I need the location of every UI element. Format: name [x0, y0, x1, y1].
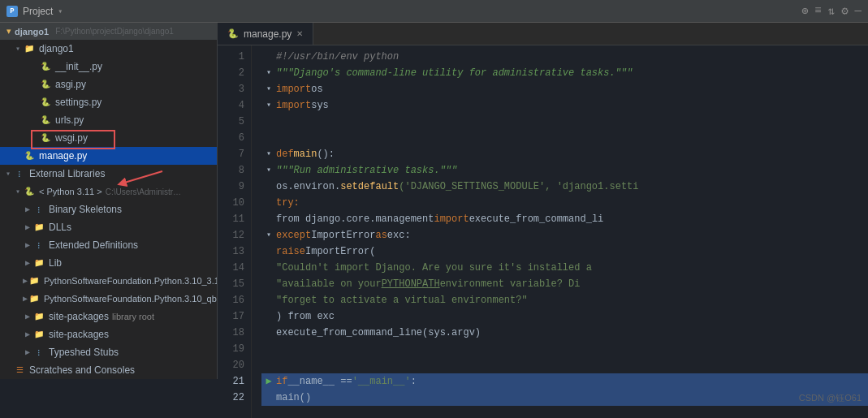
code-token: raise — [276, 243, 305, 260]
code-token: __name__ == — [287, 373, 352, 390]
code-token: """Django's command-line utility for adm… — [276, 65, 633, 81]
py-icon: 🐍 — [39, 131, 52, 144]
code-line: try: — [261, 195, 868, 211]
code-token: sys — [311, 97, 329, 114]
sidebar-item-django1-folder[interactable]: ▾ 📁 django1 — [0, 40, 217, 58]
sidebar-item-settings-py[interactable]: 🐍 settings.py — [0, 93, 217, 111]
sidebar-item-path: C:\Users\Administrator\AppData\Local\Mic… — [106, 187, 183, 196]
sidebar-item-site-packages2[interactable]: ▶ 📁 site-packages — [0, 325, 217, 343]
sidebar: ▾ django1 F:\Python\projectDjango\django… — [0, 23, 218, 379]
code-token: import — [276, 97, 311, 114]
sidebar-item-label: asgi.py — [55, 79, 86, 90]
toolbar-sort-btn[interactable]: ⇅ — [828, 4, 835, 18]
toolbar-list-btn[interactable]: ≡ — [814, 4, 821, 18]
fold-icon: ▾ — [261, 162, 276, 179]
sidebar-item-label: django1 — [39, 43, 74, 54]
py-icon: 🐍 — [39, 114, 52, 127]
code-token: as — [375, 227, 386, 243]
code-line — [261, 130, 868, 146]
code-token: "Couldn't import Django. Are you sure it… — [276, 260, 592, 276]
tab-manage-py[interactable]: 🐍 manage.py ✕ — [218, 23, 313, 45]
title-bar-text: Project — [23, 6, 53, 17]
sidebar-item-asgi-py[interactable]: 🐍 asgi.py — [0, 75, 217, 93]
folder-icon: 📁 — [32, 221, 45, 234]
py-icon: 🐍 — [39, 96, 52, 109]
line-numbers: 12345 678910 1112131415 1617181920 2122 — [218, 45, 252, 418]
fold-icon: ▾ — [261, 146, 276, 162]
sidebar-item-psf1[interactable]: ▶ 📁 PythonSoftwareFoundation.Python.3.10… — [0, 272, 217, 290]
code-line: execute_from_command_line(sys.argv) — [261, 325, 868, 341]
sidebar-item-psf2[interactable]: ▶ 📁 PythonSoftwareFoundation.Python.3.10… — [0, 290, 217, 308]
code-token: def — [276, 146, 294, 162]
code-token: main() — [276, 390, 311, 406]
title-bar: P Project ▾ ⊕ ≡ ⇅ ⚙ — — [0, 0, 868, 23]
toolbar-settings-btn[interactable]: ⚙ — [841, 4, 848, 18]
toolbar-minimize-btn[interactable]: — — [855, 4, 862, 18]
sidebar-item-urls-py[interactable]: 🐍 urls.py — [0, 111, 217, 129]
code-line: ) from exc — [261, 308, 868, 325]
sidebar-wrapper: ▾ django1 F:\Python\projectDjango\django… — [0, 23, 218, 418]
code-token: "available on your — [276, 276, 382, 292]
arrow-icon: ▾ — [13, 44, 23, 54]
sidebar-item-label: urls.py — [55, 114, 84, 126]
code-token: '__main__' — [352, 373, 411, 390]
code-editor[interactable]: #!/usr/bin/env python ▾ """Django's comm… — [252, 45, 868, 418]
watermark: CSDN @钰O61 — [799, 390, 862, 406]
lib-icon: ⫶ — [13, 167, 26, 180]
sidebar-item-extended-defs[interactable]: ▶ ⫶ Extended Definitions — [0, 236, 217, 254]
code-container[interactable]: 12345 678910 1112131415 1617181920 2122 … — [218, 45, 868, 418]
code-line: raise ImportError( — [261, 243, 868, 260]
sidebar-root-label: django1 — [15, 27, 49, 37]
sidebar-item-python311[interactable]: ▾ 🐍 < Python 3.11 > C:\Users\Administrat… — [0, 183, 217, 200]
arrow-icon: ▾ — [13, 187, 23, 196]
code-token: os.environ. — [276, 179, 340, 195]
sidebar-header: ▾ django1 F:\Python\projectDjango\django… — [0, 23, 217, 40]
run-icon[interactable]: ▶ — [261, 373, 276, 390]
sidebar-item-scratches[interactable]: ☰ Scratches and Consoles — [0, 361, 217, 379]
code-token: PYTHONPATH — [382, 276, 440, 292]
sidebar-item-dlls[interactable]: ▶ 📁 DLLs — [0, 218, 217, 236]
arrow-icon: ▾ — [3, 169, 13, 179]
sidebar-item-label: Lib — [49, 257, 62, 269]
code-line: "Couldn't import Django. Are you sure it… — [261, 260, 868, 276]
lib-icon: ⫶ — [32, 203, 45, 216]
code-line: ▾ import sys — [261, 97, 868, 114]
tab-bar: 🐍 manage.py ✕ — [218, 23, 868, 45]
code-line: ▾ """Django's command-line utility for a… — [261, 65, 868, 81]
sidebar-item-lib[interactable]: ▶ 📁 Lib — [0, 254, 217, 272]
lib-icon: ⫶ — [32, 239, 45, 252]
folder-icon: 📁 — [32, 256, 45, 269]
code-line: ▾ except ImportError as exc: — [261, 227, 868, 243]
sidebar-item-extra: library root — [112, 312, 154, 321]
code-line: os.environ.setdefault('DJANGO_SETTINGS_M… — [261, 179, 868, 195]
sidebar-item-wsgi-py[interactable]: 🐍 wsgi.py — [0, 129, 217, 147]
code-token: execute_from_command_li — [469, 211, 604, 227]
sidebar-item-binary-skeletons[interactable]: ▶ ⫶ Binary Skeletons — [0, 200, 217, 218]
sidebar-item-label: settings.py — [55, 97, 101, 108]
sidebar-item-label: wsgi.py — [55, 132, 88, 144]
code-token: ImportError — [311, 227, 375, 243]
arrow-icon: ▶ — [23, 205, 32, 214]
code-token: os — [311, 81, 322, 97]
folder-icon: 📁 — [28, 292, 41, 305]
title-bar-controls: ⊕ ≡ ⇅ ⚙ — — [801, 4, 862, 18]
toolbar-add-btn[interactable]: ⊕ — [801, 4, 808, 18]
sidebar-item-typeshed[interactable]: ▶ ⫶ Typeshed Stubs — [0, 343, 217, 361]
fold-icon: ▾ — [261, 81, 276, 97]
title-bar-arrow: ▾ — [58, 6, 63, 16]
code-token: exc: — [387, 227, 411, 243]
code-line: ▶ if __name__ == '__main__' : — [261, 373, 868, 390]
sidebar-item-label: site-packages — [49, 311, 109, 322]
scratches-icon: ☰ — [13, 364, 26, 377]
sidebar-item-init-py[interactable]: 🐍 __init__.py — [0, 58, 217, 75]
code-token: """Run administrative tasks.""" — [276, 162, 457, 179]
project-icon: P — [6, 6, 18, 17]
tab-close-btn[interactable]: ✕ — [296, 29, 303, 38]
sidebar-item-manage-py[interactable]: 🐍 manage.py — [0, 147, 217, 165]
code-token: if — [276, 373, 287, 390]
code-token: : — [411, 373, 417, 390]
sidebar-item-label: External Libraries — [29, 168, 105, 179]
sidebar-item-site-packages-lib[interactable]: ▶ 📁 site-packages library root — [0, 308, 217, 325]
sidebar-item-external-libs[interactable]: ▾ ⫶ External Libraries — [0, 165, 217, 183]
tab-py-icon: 🐍 — [227, 28, 239, 39]
